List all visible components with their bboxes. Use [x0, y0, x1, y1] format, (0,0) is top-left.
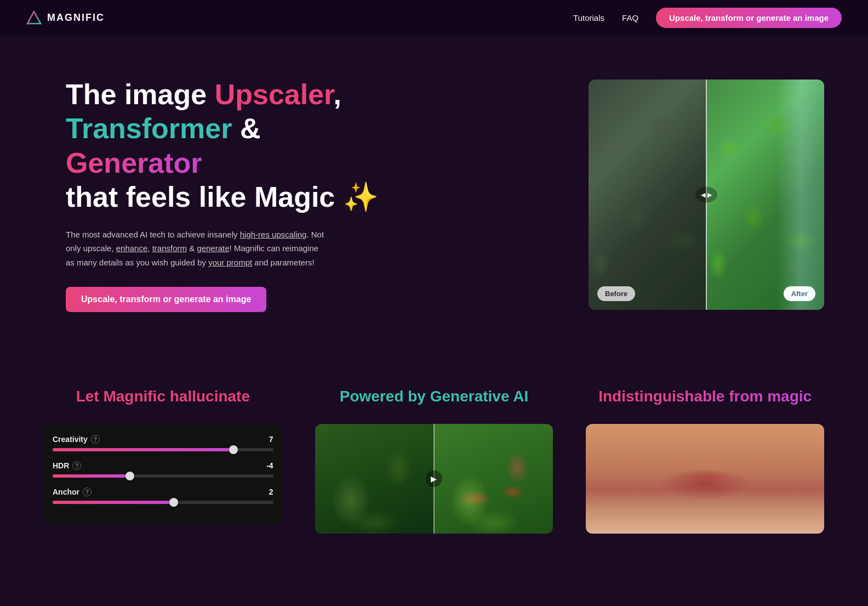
hero-cta-button[interactable]: Upscale, transform or generate an image [66, 287, 266, 312]
feature-hallucinate-title: Let Magnific hallucinate [76, 387, 250, 406]
hero-left: The image Upscaler, Transformer & Genera… [66, 77, 395, 312]
creativity-help-icon[interactable]: ? [91, 435, 100, 444]
anchor-slider-row: Anchor ? 2 [53, 488, 273, 504]
feature-hallucinate: Let Magnific hallucinate Creativity ? 7 [44, 387, 282, 525]
creativity-slider-row: Creativity ? 7 [53, 435, 273, 451]
forest-right-panel [434, 424, 553, 534]
slider-card: Creativity ? 7 HDR ? -4 [44, 424, 282, 525]
feature-magic-title: Indistinguishable from magic [598, 387, 812, 406]
before-after-image: Before After ◀ ▶ [589, 80, 824, 310]
tutorials-link[interactable]: Tutorials [573, 13, 604, 22]
logo-area[interactable]: MAGNIFIC [26, 10, 105, 26]
creativity-track[interactable] [53, 448, 273, 451]
hdr-value: -4 [266, 461, 273, 470]
forest-compare-image: ▶ [315, 424, 553, 534]
nav-cta-button[interactable]: Upscale, transform or generate an image [656, 8, 842, 28]
creativity-label: Creativity ? [53, 435, 100, 444]
title-transformer: Transformer [66, 112, 232, 144]
anchor-value: 2 [269, 488, 273, 496]
hdr-slider-row: HDR ? -4 [53, 461, 273, 478]
hdr-track[interactable] [53, 474, 273, 478]
hdr-label: HDR ? [53, 461, 81, 470]
forest-left-panel [315, 424, 434, 534]
anchor-fill [53, 501, 174, 504]
hero-section: The image Upscaler, Transformer & Genera… [0, 36, 868, 354]
forest-divider-icon[interactable]: ▶ [426, 471, 442, 487]
anchor-thumb [169, 498, 178, 507]
svg-marker-0 [27, 12, 41, 24]
feature-generative: Powered by Generative AI ▶ [315, 387, 553, 534]
before-panel: Before [589, 80, 706, 310]
title-part1: The image [66, 78, 215, 110]
hdr-help-icon[interactable]: ? [72, 461, 81, 470]
lips-image [586, 424, 824, 534]
after-panel: After [706, 80, 824, 310]
creativity-fill [53, 448, 233, 451]
logo-icon [26, 10, 42, 26]
logo-text: MAGNIFIC [47, 12, 105, 24]
title-amp: & [240, 112, 261, 144]
anchor-help-icon[interactable]: ? [83, 488, 92, 496]
before-label: Before [597, 286, 635, 301]
title-part3: that feels like Magic ✨ [66, 181, 379, 213]
creativity-value: 7 [269, 435, 273, 444]
features-section: Let Magnific hallucinate Creativity ? 7 [0, 354, 868, 567]
title-generator: Generator [66, 147, 202, 179]
feature-magic: Indistinguishable from magic [586, 387, 824, 534]
title-upscaler: Upscaler [215, 78, 334, 110]
navbar: MAGNIFIC Tutorials FAQ Upscale, transfor… [0, 0, 868, 36]
nav-links: Tutorials FAQ Upscale, transform or gene… [573, 8, 842, 28]
creativity-thumb [229, 445, 238, 454]
title-comma: , [333, 78, 341, 110]
faq-link[interactable]: FAQ [622, 13, 638, 22]
hdr-fill [53, 474, 130, 478]
arrow-right-icon: ▶ [707, 191, 712, 199]
arrow-left-icon: ◀ [701, 191, 705, 199]
ba-arrows[interactable]: ◀ ▶ [695, 187, 717, 203]
hero-description: The most advanced AI tech to achieve ins… [66, 228, 329, 270]
anchor-track[interactable] [53, 501, 273, 504]
hdr-thumb [125, 472, 134, 480]
after-label: After [784, 286, 815, 301]
hero-title: The image Upscaler, Transformer & Genera… [66, 77, 395, 214]
anchor-label: Anchor ? [53, 488, 92, 496]
feature-generative-title: Powered by Generative AI [340, 387, 528, 406]
